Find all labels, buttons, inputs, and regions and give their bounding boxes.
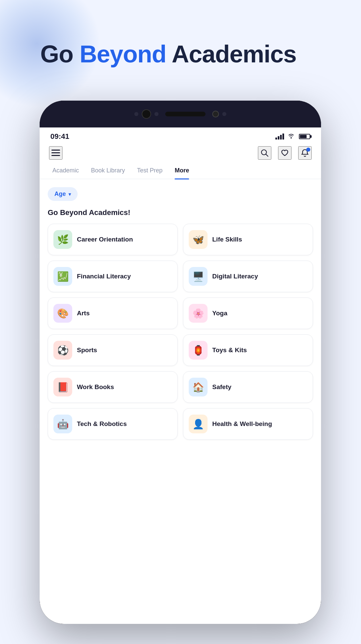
category-icon-yoga: 🌸 <box>189 304 208 323</box>
camera-dot <box>154 112 159 116</box>
signal-icon <box>275 133 284 140</box>
category-card-health-wellbeing[interactable]: 👤Health & Well-being <box>183 408 313 440</box>
notification-badge <box>306 148 310 152</box>
age-filter-label: Age <box>54 191 66 198</box>
wifi-icon <box>287 133 295 140</box>
status-bar: 09:41 <box>40 127 321 144</box>
svg-line-4 <box>266 154 268 156</box>
section-title: Go Beyond Academics! <box>48 208 313 217</box>
category-card-life-skills[interactable]: 🦋Life Skills <box>183 224 313 255</box>
search-button[interactable] <box>258 146 271 160</box>
phone-shell: 09:41 <box>40 101 321 624</box>
category-icon-financial-literacy: 💹 <box>53 267 72 286</box>
category-card-financial-literacy[interactable]: 💹Financial Literacy <box>48 261 178 292</box>
phone-screen: 09:41 <box>40 127 321 624</box>
top-nav <box>40 144 321 164</box>
status-time: 09:41 <box>50 132 69 141</box>
category-grid: 🌿Career Orientation🦋Life Skills💹Financia… <box>48 224 313 440</box>
category-label-safety: Safety <box>212 383 231 391</box>
svg-rect-0 <box>51 150 60 151</box>
speaker <box>165 112 206 116</box>
hero-title: Go Beyond Academics <box>40 40 297 68</box>
front-camera <box>212 111 219 117</box>
tab-test-prep[interactable]: Test Prep <box>131 164 169 179</box>
category-label-arts: Arts <box>77 309 90 318</box>
category-icon-toys-kits: 🏮 <box>189 341 208 360</box>
content-area: Age ▾ Go Beyond Academics! 🌿Career Orien… <box>40 179 321 453</box>
category-label-toys-kits: Toys & Kits <box>212 346 247 355</box>
camera-main <box>142 109 151 119</box>
tab-academic[interactable]: Academic <box>46 164 85 179</box>
camera-dot-left <box>134 112 138 116</box>
camera-assembly <box>134 109 226 119</box>
category-label-career-orientation: Career Orientation <box>77 235 133 244</box>
category-label-health-wellbeing: Health & Well-being <box>212 420 272 428</box>
category-card-tech-robotics[interactable]: 🤖Tech & Robotics <box>48 408 178 440</box>
status-icons <box>275 133 310 140</box>
category-icon-work-books: 📕 <box>53 378 72 396</box>
favorites-button[interactable] <box>278 146 291 160</box>
svg-rect-2 <box>51 155 60 156</box>
svg-rect-1 <box>51 152 60 153</box>
notifications-button[interactable] <box>298 146 312 160</box>
battery-icon <box>299 134 310 139</box>
category-icon-arts: 🎨 <box>53 304 72 323</box>
age-filter-button[interactable]: Age ▾ <box>48 187 78 201</box>
category-icon-safety: 🏠 <box>189 378 208 396</box>
category-label-digital-literacy: Digital Literacy <box>212 272 258 281</box>
chevron-down-icon: ▾ <box>69 192 71 197</box>
category-label-tech-robotics: Tech & Robotics <box>77 420 127 428</box>
category-icon-career-orientation: 🌿 <box>53 230 72 249</box>
hamburger-button[interactable] <box>49 146 62 160</box>
nav-action-icons <box>258 146 312 160</box>
tab-more[interactable]: More <box>169 164 195 179</box>
category-card-career-orientation[interactable]: 🌿Career Orientation <box>48 224 178 255</box>
category-card-digital-literacy[interactable]: 🖥️Digital Literacy <box>183 261 313 292</box>
category-card-sports[interactable]: ⚽Sports <box>48 334 178 366</box>
category-icon-digital-literacy: 🖥️ <box>189 267 208 286</box>
category-label-sports: Sports <box>77 346 97 355</box>
tab-book-library[interactable]: Book Library <box>85 164 131 179</box>
category-card-work-books[interactable]: 📕Work Books <box>48 371 178 403</box>
category-icon-tech-robotics: 🤖 <box>53 415 72 433</box>
category-icon-sports: ⚽ <box>53 341 72 360</box>
category-icon-life-skills: 🦋 <box>189 230 208 249</box>
category-card-yoga[interactable]: 🌸Yoga <box>183 298 313 329</box>
camera-dot-right <box>222 112 226 116</box>
category-card-arts[interactable]: 🎨Arts <box>48 298 178 329</box>
category-label-yoga: Yoga <box>212 309 227 318</box>
category-card-safety[interactable]: 🏠Safety <box>183 371 313 403</box>
category-label-financial-literacy: Financial Literacy <box>77 272 131 281</box>
category-label-work-books: Work Books <box>77 383 114 391</box>
phone-notch <box>40 101 321 127</box>
category-label-life-skills: Life Skills <box>212 235 242 244</box>
tabs-bar: Academic Book Library Test Prep More <box>40 164 321 179</box>
category-card-toys-kits[interactable]: 🏮Toys & Kits <box>183 334 313 366</box>
category-icon-health-wellbeing: 👤 <box>189 415 208 433</box>
filter-row: Age ▾ <box>48 187 313 201</box>
